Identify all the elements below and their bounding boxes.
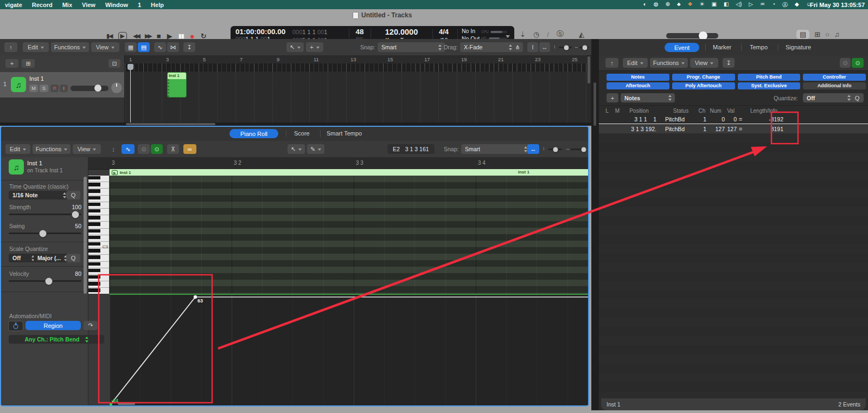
tuner-icon[interactable]: /	[547, 30, 549, 38]
master-volume-slider[interactable]	[666, 33, 718, 38]
scale-mode-dropdown[interactable]: Major (...	[34, 254, 71, 262]
menu-bar-clock[interactable]: Fri May 30 13:05:57	[810, 2, 865, 8]
menu-view[interactable]: View	[82, 2, 95, 8]
list-editors-icon[interactable]: ▤	[796, 30, 809, 39]
collapse-mode-icon[interactable]: ↨	[107, 144, 119, 154]
horizontal-zoom-slider[interactable]	[579, 47, 589, 48]
filter-progr-change[interactable]: Progr. Change	[672, 74, 735, 81]
menu-mix[interactable]: Mix	[62, 2, 72, 8]
menu-navigate[interactable]: vigate	[5, 2, 22, 8]
event-midi-in-icon[interactable]: ⊙	[840, 58, 851, 68]
track-header-row[interactable]: 1 ♫ Inst 1 M S R I	[0, 72, 124, 98]
midi-out-icon[interactable]: ⊙	[151, 144, 163, 154]
lcd-expand-chevron-icon[interactable]	[506, 35, 510, 38]
piano-edit-menu[interactable]: Edit	[5, 144, 30, 154]
pan-knob[interactable]	[111, 82, 123, 94]
divider-scrollbar-thumb[interactable]	[593, 82, 596, 126]
menu-window[interactable]: Window	[105, 2, 128, 8]
master-metronome-icon[interactable]: ◭	[579, 30, 584, 38]
shield-icon[interactable]: ◍	[654, 1, 659, 9]
record-enable-button[interactable]: R	[50, 85, 59, 92]
track-volume-slider[interactable]	[71, 86, 108, 91]
automation-view-icon[interactable]: ∿	[154, 42, 166, 52]
drag-dropdown[interactable]: X-Fade	[460, 42, 515, 52]
keys-scrollbar-thumb[interactable]	[84, 177, 87, 294]
track-list-view-icon[interactable]: ▤	[138, 42, 150, 52]
automation-power-button[interactable]	[8, 321, 23, 331]
scale-quantize-apply-button[interactable]: Q	[66, 254, 80, 262]
jump-begin-button[interactable]: ▮◀	[106, 33, 112, 40]
event-midi-out-icon[interactable]: ⊙	[852, 58, 864, 68]
grid-view-icon[interactable]: ▦	[125, 42, 137, 52]
piano-pointer-tool-menu[interactable]: ↖	[288, 144, 305, 154]
pin-playhead-icon[interactable]: ⊼	[167, 144, 179, 154]
add-track-button[interactable]: +	[5, 59, 18, 68]
metronome-icon[interactable]: ◷	[533, 30, 539, 38]
event-catch-icon[interactable]: ↧	[723, 58, 735, 68]
menu-record[interactable]: Record	[32, 2, 53, 8]
automation-mode-button[interactable]: Region	[25, 321, 81, 330]
solo-mode-icon[interactable]: Ⓢ	[557, 29, 564, 39]
volume-icon[interactable]: ◁)	[736, 1, 742, 9]
quantize-dropdown[interactable]: Off	[803, 93, 854, 102]
piano-vzoom-slider[interactable]	[548, 149, 562, 150]
back-arrow-button[interactable]: ↑	[4, 42, 17, 52]
event-edit-menu[interactable]: Edit	[623, 58, 648, 68]
keyboard-layout-icon[interactable]: Ⓐ	[782, 1, 788, 9]
tracks-view-menu[interactable]: View	[91, 42, 119, 52]
event-functions-menu[interactable]: Functions	[650, 58, 688, 68]
wifi-icon[interactable]: ♒	[760, 1, 765, 9]
rewind-button[interactable]: ◀◀	[133, 33, 139, 40]
filter-pitch-bend[interactable]: Pitch Bend	[738, 74, 801, 81]
pitch-bend-curve[interactable]	[110, 293, 588, 406]
event-back-button[interactable]: ↑	[605, 58, 618, 68]
automation-point-max[interactable]	[194, 295, 197, 299]
swing-slider[interactable]	[9, 233, 81, 234]
track-volume-knob[interactable]	[94, 85, 101, 92]
add-event-type-dropdown[interactable]: Notes	[621, 93, 675, 102]
piano-functions-menu[interactable]: Functions	[33, 144, 71, 154]
piano-hscrollbar-thumb[interactable]	[118, 403, 135, 405]
tracks-hscrollbar-thumb[interactable]	[126, 123, 215, 125]
piano-snap-dropdown[interactable]: Smart	[461, 144, 531, 154]
note-grid[interactable]	[110, 176, 588, 294]
vertical-autozoom-icon[interactable]: Ι	[527, 42, 538, 52]
automation-redirect-button[interactable]: ↷	[84, 321, 98, 330]
filter-additional-info[interactable]: Additional Info	[803, 82, 866, 89]
play-status-icon[interactable]: ▷	[749, 1, 753, 9]
catch-playhead-icon[interactable]: ↧	[183, 42, 195, 52]
playhead-marker[interactable]	[127, 64, 133, 70]
display-brightness-icon[interactable]: ☀	[699, 1, 704, 9]
input-monitor-button[interactable]: I	[60, 85, 68, 92]
automation-parameter-dropdown[interactable]: Any Ch.: Pitch Bend	[9, 335, 104, 344]
count-in-icon[interactable]: ⇣	[520, 30, 526, 38]
tracks-lane[interactable]: Inst 1	[125, 72, 587, 122]
globe-icon[interactable]: ⊕	[666, 1, 670, 9]
tab-marker[interactable]: Marker	[713, 44, 731, 50]
event-list-empty-area[interactable]	[599, 133, 868, 398]
event-row[interactable]: 3 1 1 1 PitchBd 1 0 0 = -8192	[599, 115, 868, 124]
duplicate-track-button[interactable]: ⊞	[22, 59, 35, 68]
mute-button[interactable]: M	[29, 85, 38, 92]
spotlight-icon[interactable]: ◆	[795, 1, 799, 9]
filter-notes[interactable]: Notes	[607, 74, 669, 81]
track-icon[interactable]: ♫	[11, 77, 26, 92]
tracks-vscrollbar-thumb[interactable]	[588, 56, 590, 83]
region-play-icon[interactable]: ▶	[112, 170, 118, 175]
add-event-button[interactable]: +	[607, 93, 618, 102]
menu-help[interactable]: Help	[151, 2, 164, 8]
pause-button[interactable]: ▮▮	[178, 33, 184, 40]
piano-pencil-tool-menu[interactable]: ✎	[307, 144, 324, 154]
battery-icon[interactable]: ◧	[724, 1, 729, 9]
automation-toggle-icon[interactable]: ∿	[122, 144, 135, 154]
link-icon[interactable]: ∞	[183, 144, 196, 154]
loop-browser-icon[interactable]: ○	[825, 30, 829, 38]
flex-icon[interactable]: ⋔	[512, 42, 523, 52]
event-row[interactable]: 3 1 3 192. PitchBd 1 127 127 = 8191	[599, 125, 868, 134]
filter-aftertouch[interactable]: Aftertouch	[607, 82, 669, 89]
vertical-zoom-slider[interactable]	[559, 47, 572, 48]
midi-region[interactable]: Inst 1	[167, 72, 187, 98]
track-name[interactable]: Inst 1	[29, 75, 44, 82]
solo-button[interactable]: S	[40, 85, 48, 92]
time-quantize-apply-button[interactable]: Q	[66, 191, 80, 199]
